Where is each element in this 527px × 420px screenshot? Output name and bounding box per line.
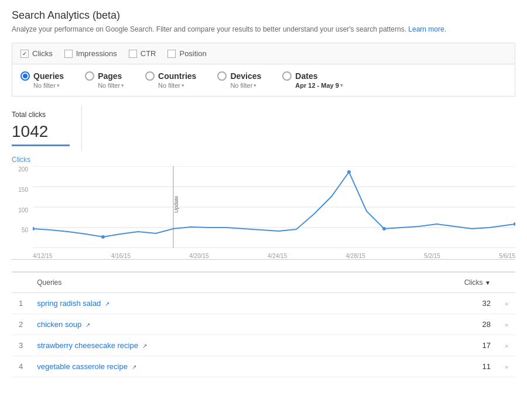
x-label-7: 5/6/15 [499,253,515,259]
x-label-6: 5/2/15 [424,253,440,259]
ext-link-icon-2: ↗ [85,322,90,328]
y-label-50: 50 [12,227,30,233]
clicks-val-4: 11 [382,356,498,377]
table-row: 3 strawberry cheesecake recipe ↗ 17 » [12,335,515,356]
pages-filter-label: Pages [98,71,122,81]
ext-link-icon-3: ↗ [142,343,147,349]
row-num-3: 3 [12,335,30,356]
svg-point-8 [101,235,105,239]
countries-filter-label: Countries [158,71,196,81]
chart-container: 200 150 100 50 Update [12,166,515,260]
metric-clicks[interactable]: Clicks [20,49,53,58]
query-cell-1[interactable]: spring radish salad ↗ [30,293,382,314]
impressions-label: Impressions [76,49,117,58]
x-label-1: 4/12/15 [33,253,52,259]
ctr-checkbox[interactable] [129,50,137,58]
total-clicks-label: Total clicks [12,111,70,119]
learn-more-link[interactable]: Learn more. [408,25,446,33]
y-label-200: 200 [12,166,30,173]
x-label-4: 4/24/15 [268,253,287,259]
col-queries-header[interactable]: Queries [30,273,382,293]
filter-bar: Queries No filter ▾ Pages No filter ▾ Co… [12,64,515,97]
position-label: Position [179,49,206,58]
query-link-1[interactable]: spring radish salad [37,299,101,308]
devices-filter-sub[interactable]: No filter ▾ [230,82,261,89]
query-cell-2[interactable]: chicken soup ↗ [30,314,382,335]
filter-devices[interactable]: Devices No filter ▾ [217,71,261,89]
x-label-5: 4/28/15 [346,253,365,259]
chart-x-labels: 4/12/15 4/16/15 4/20/15 4/24/15 4/28/15 … [33,247,515,259]
col-clicks-header[interactable]: Clicks ▼ [382,273,498,293]
arrow-col-2[interactable]: » [498,314,515,335]
filter-queries[interactable]: Queries No filter ▾ [20,71,64,89]
clicks-val-1: 32 [382,293,498,314]
query-link-3[interactable]: strawberry cheesecake recipe [37,341,138,350]
query-link-2[interactable]: chicken soup [37,320,81,329]
chart-svg: Update [33,166,515,248]
metric-position[interactable]: Position [167,49,206,58]
table-body: 1 spring radish salad ↗ 32 » 2 chicken s… [12,293,515,377]
chart-section: Clicks 200 150 100 50 [12,156,515,260]
impressions-checkbox[interactable] [64,50,73,58]
pages-filter-sub[interactable]: No filter ▾ [98,82,124,89]
query-link-4[interactable]: vegetable casserole recipe [37,362,128,371]
x-label-3: 4/20/15 [189,253,208,259]
countries-dropdown-icon: ▾ [182,82,184,88]
ctr-label: CTR [141,49,156,58]
arrow-col-3[interactable]: » [498,335,515,356]
y-label-100: 100 [12,207,30,214]
clicks-label: Clicks [32,49,53,58]
metric-ctr[interactable]: CTR [129,49,156,58]
filter-dates[interactable]: Dates Apr 12 - May 9 ▾ [282,71,343,89]
metric-impressions[interactable]: Impressions [64,49,117,58]
sort-arrow-icon: ▼ [485,280,491,286]
table-row: 1 spring radish salad ↗ 32 » [12,293,515,314]
col-arrow-header [498,273,515,293]
table-header-row: Queries Clicks ▼ [12,273,515,293]
countries-filter-sub[interactable]: No filter ▾ [158,82,196,89]
dates-filter-sub[interactable]: Apr 12 - May 9 ▾ [295,82,343,89]
page-container: Search Analytics (beta) Analyze your per… [0,0,527,387]
chart-y-labels: 200 150 100 50 [12,166,30,247]
query-cell-4[interactable]: vegetable casserole recipe ↗ [30,356,382,377]
devices-dropdown-icon: ▾ [254,82,256,88]
queries-dropdown-icon: ▾ [57,82,60,88]
total-clicks-value: 1042 [12,122,70,141]
clicks-val-2: 28 [382,314,498,335]
stats-chart-wrapper: Total clicks 1042 Clicks 200 150 100 50 [12,106,515,260]
queries-filter-sub[interactable]: No filter ▾ [33,82,64,89]
page-description: Analyze your performance on Google Searc… [12,25,515,33]
svg-point-10 [382,227,386,230]
dates-radio[interactable] [282,71,292,81]
ext-link-icon-1: ↗ [105,301,109,307]
dates-dropdown-icon: ▾ [340,82,343,88]
filter-pages[interactable]: Pages No filter ▾ [85,71,124,89]
clicks-val-3: 17 [382,335,498,356]
arrow-col-4[interactable]: » [498,356,515,377]
dates-filter-label: Dates [295,71,317,81]
arrow-col-1[interactable]: » [498,293,515,314]
metrics-bar: Clicks Impressions CTR Position [12,43,515,64]
x-label-2: 4/16/15 [111,253,131,259]
query-cell-3[interactable]: strawberry cheesecake recipe ↗ [30,335,382,356]
devices-radio[interactable] [217,71,227,81]
position-checkbox[interactable] [167,50,176,58]
row-num-4: 4 [12,356,30,377]
y-label-150: 150 [12,187,30,193]
table-section: Queries Clicks ▼ 1 spring radish salad ↗… [12,271,515,377]
svg-point-11 [514,222,515,226]
row-num-2: 2 [12,314,30,335]
svg-text:Update: Update [173,196,179,213]
filter-countries[interactable]: Countries No filter ▾ [145,71,196,89]
ext-link-icon-4: ↗ [132,364,136,370]
table-row: 2 chicken soup ↗ 28 » [12,314,515,335]
queries-radio[interactable] [20,71,30,81]
pages-dropdown-icon: ▾ [121,82,124,88]
countries-radio[interactable] [145,71,155,81]
col-num-header [12,273,30,293]
pages-radio[interactable] [85,71,94,81]
chart-title: Clicks [12,156,515,164]
queries-filter-label: Queries [33,71,64,81]
results-table: Queries Clicks ▼ 1 spring radish salad ↗… [12,273,515,377]
clicks-checkbox[interactable] [20,50,29,58]
